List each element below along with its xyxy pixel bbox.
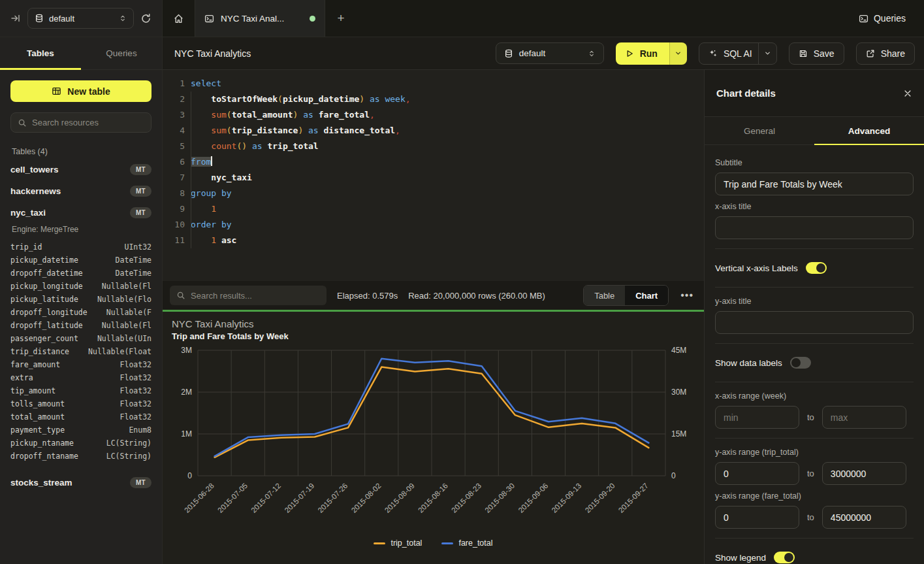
details-header: Chart details — [705, 70, 924, 117]
yaxis-title-input[interactable] — [715, 311, 914, 334]
column-row[interactable]: pickup_longitudeNullable(Fl — [10, 280, 151, 293]
code-text: sum(total_amount) as fare_total, — [191, 107, 375, 123]
save-button[interactable]: Save — [789, 42, 844, 65]
to-label: to — [807, 412, 814, 422]
show-data-labels-label: Show data labels — [715, 358, 782, 368]
tab-nyc-taxi-analytics[interactable]: NYC Taxi Anal... — [195, 0, 325, 37]
queries-button[interactable]: Queries — [850, 0, 924, 37]
query-database-selector[interactable]: default — [496, 42, 604, 64]
show-data-labels-toggle[interactable] — [790, 357, 811, 369]
run-options-button[interactable] — [669, 42, 687, 65]
more-options-icon[interactable]: ••• — [679, 290, 695, 301]
xaxis-range-max-input[interactable] — [822, 406, 906, 429]
play-icon — [625, 49, 634, 58]
column-type: Nullable(Fl — [83, 280, 151, 293]
resource-search-input[interactable] — [32, 118, 144, 127]
column-row[interactable]: passenger_countNullable(UIn — [10, 332, 151, 345]
fare-range-max-input[interactable] — [822, 506, 906, 529]
chevron-down-icon — [675, 50, 682, 57]
new-tab-button[interactable]: + — [325, 0, 357, 37]
column-type: Float32 — [65, 410, 151, 423]
table-view-toggle[interactable]: Table — [584, 286, 625, 305]
sidebar-item-cell-towers[interactable]: cell_towers MT — [10, 159, 151, 180]
sidebar-item-hackernews[interactable]: hackernews MT — [10, 180, 151, 202]
sql-ai-button[interactable]: SQL AI — [699, 42, 777, 65]
chart-subtitle: Trip and Fare Totals by Week — [172, 331, 695, 341]
code-line: 2 toStartOfWeek(pickup_datetime) as week… — [163, 91, 704, 107]
trip-range-max-input[interactable] — [822, 462, 906, 485]
column-type: DateTime — [83, 267, 151, 280]
column-row[interactable]: fare_amountFloat32 — [10, 358, 151, 371]
column-row[interactable]: pickup_datetimeDateTime — [10, 254, 151, 267]
details-body: Subtitle x-axis title Vertical x-axis La… — [705, 145, 924, 564]
column-row[interactable]: dropoff_ntanameLC(String) — [10, 450, 151, 463]
code-text: toStartOfWeek(pickup_datetime) as week, — [191, 91, 411, 107]
column-type: DateTime — [78, 254, 151, 267]
queries-button-label: Queries — [874, 13, 906, 24]
yaxis-range-fare-label: y-axis range (fare_total) — [715, 491, 914, 501]
column-name: dropoff_datetime — [10, 267, 83, 280]
run-button[interactable]: Run — [616, 42, 687, 65]
tab-general[interactable]: General — [705, 117, 814, 144]
column-row[interactable]: pickup_latitudeNullable(Flo — [10, 293, 151, 306]
home-button[interactable] — [163, 0, 195, 37]
legend-item-trip_total[interactable]: trip_total — [374, 539, 422, 548]
svg-text:2M: 2M — [181, 388, 192, 397]
xaxis-range-min-input[interactable] — [715, 406, 799, 429]
yaxis-title-label: y-axis title — [715, 297, 914, 306]
sql-editor[interactable]: 1select2 toStartOfWeek(pickup_datetime) … — [163, 70, 704, 281]
fare-range-min-input[interactable] — [715, 506, 799, 529]
column-row[interactable]: pickup_ntanameLC(String) — [10, 437, 151, 450]
column-type: Float32 — [65, 397, 151, 410]
sidebar-item-nyc-taxi[interactable]: nyc_taxi MT — [10, 202, 151, 224]
column-row[interactable]: trip_distanceNullable(Float — [10, 345, 151, 358]
results-search-input[interactable] — [191, 291, 320, 301]
sidebar-tab-tables[interactable]: Tables — [0, 37, 81, 69]
sidebar-tab-queries[interactable]: Queries — [81, 37, 162, 69]
subtitle-input[interactable] — [715, 173, 914, 195]
column-row[interactable]: tolls_amountFloat32 — [10, 397, 151, 410]
chevron-updown-icon — [119, 14, 127, 22]
column-row[interactable]: dropoff_datetimeDateTime — [10, 267, 151, 280]
sql-ai-options-button[interactable] — [758, 43, 776, 64]
column-row[interactable]: payment_typeEnum8 — [10, 423, 151, 437]
svg-text:2015-07-19: 2015-07-19 — [283, 482, 315, 514]
share-icon — [866, 49, 875, 58]
vertical-labels-toggle[interactable] — [806, 262, 827, 274]
share-button[interactable]: Share — [856, 42, 915, 65]
svg-text:2015-08-09: 2015-08-09 — [383, 482, 416, 514]
column-row[interactable]: extraFloat32 — [10, 371, 151, 384]
legend-item-fare_total[interactable]: fare_total — [441, 539, 492, 548]
database-selector[interactable]: default — [27, 8, 134, 29]
column-row[interactable]: dropoff_latitudeNullable(Fl — [10, 319, 151, 332]
sidebar-item-stocks-stream[interactable]: stocks_stream MT — [10, 472, 151, 493]
column-row[interactable]: trip_idUInt32 — [10, 241, 151, 254]
xaxis-title-input[interactable] — [715, 216, 914, 239]
elapsed-stat: Elapsed: 0.579s — [337, 291, 398, 301]
svg-text:2015-08-16: 2015-08-16 — [417, 482, 449, 514]
line-number: 7 — [168, 170, 185, 186]
show-legend-toggle[interactable] — [774, 552, 795, 563]
save-button-label: Save — [814, 48, 835, 59]
close-icon[interactable] — [903, 89, 912, 98]
yaxis-title-group: y-axis title — [715, 287, 914, 343]
vertical-labels-group: Vertical x-axis Labels — [715, 248, 914, 287]
refresh-icon[interactable] — [140, 13, 151, 24]
tab-advanced[interactable]: Advanced — [814, 117, 924, 144]
column-row[interactable]: total_amountFloat32 — [10, 410, 151, 423]
sidebar: New table Tables (4) cell_towers MT hack… — [0, 70, 163, 564]
line-number: 6 — [168, 154, 185, 170]
code-line: 6from — [163, 154, 704, 170]
chart-view-toggle[interactable]: Chart — [625, 286, 668, 305]
column-row[interactable]: dropoff_longitudeNullable(F — [10, 306, 151, 319]
code-text: select — [191, 76, 221, 91]
top-bar: default NYC Taxi Anal... — [0, 0, 924, 37]
trip-range-min-input[interactable] — [715, 462, 799, 485]
new-table-button[interactable]: New table — [10, 80, 151, 102]
results-search[interactable] — [170, 286, 327, 305]
save-icon — [799, 49, 808, 58]
database-selector-value: default — [49, 14, 114, 24]
collapse-sidebar-icon[interactable] — [10, 13, 21, 24]
resource-search[interactable] — [10, 112, 151, 133]
column-row[interactable]: tip_amountFloat32 — [10, 384, 151, 397]
